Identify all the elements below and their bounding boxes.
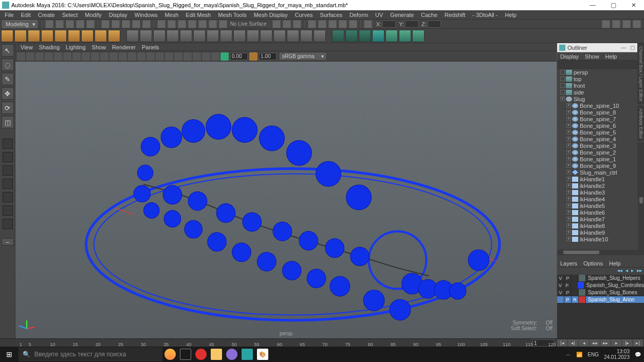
- outliner-node[interactable]: +Bone_spine_7: [557, 116, 644, 122]
- bookmark-icon[interactable]: [26, 52, 34, 61]
- textured-icon[interactable]: [100, 52, 108, 61]
- select-mask-icon[interactable]: [101, 20, 109, 28]
- near-clip-input[interactable]: [230, 53, 248, 60]
- tray-notifications-icon[interactable]: 💬: [635, 352, 641, 357]
- shelf-bevel-button[interactable]: [193, 30, 206, 42]
- shelf-fill-hole-button[interactable]: [233, 30, 246, 42]
- layer-r-toggle[interactable]: [572, 289, 579, 296]
- axis-y-input[interactable]: [405, 21, 418, 28]
- shelf-poly-type-button[interactable]: [126, 30, 139, 42]
- redo-icon[interactable]: [86, 20, 95, 28]
- depth-of-field-icon[interactable]: [174, 52, 182, 61]
- menu-redshift[interactable]: Redshift: [441, 12, 469, 18]
- expand-toggle[interactable]: +: [566, 230, 571, 235]
- render-icon[interactable]: [339, 20, 347, 28]
- outliner-node[interactable]: +Bone_spine_1: [557, 156, 644, 162]
- shaded-icon[interactable]: [91, 52, 99, 61]
- render-icon[interactable]: [328, 20, 337, 28]
- input-mode-icon[interactable]: [364, 20, 372, 28]
- sidebar-toggle-icon[interactable]: [633, 20, 641, 28]
- outliner-menu-show[interactable]: Show: [582, 53, 602, 60]
- layer-row[interactable]: VPSpanish_Slug_Bones: [557, 289, 644, 296]
- far-clip-input[interactable]: [259, 53, 277, 60]
- layers-menu-help[interactable]: Help: [606, 260, 624, 266]
- outliner-node[interactable]: +ikHandle5: [557, 202, 644, 209]
- expand-toggle[interactable]: +: [566, 223, 571, 228]
- toolbox-more-button[interactable]: –: [2, 238, 14, 245]
- shelf-extrude-button[interactable]: [180, 30, 192, 42]
- viewport-3d[interactable]: persp Symmetry: Off Soft Select: Off: [15, 62, 557, 338]
- layout-four-button[interactable]: [3, 152, 13, 162]
- shelf-poly-cylinder-button[interactable]: [28, 30, 40, 42]
- step-back-key-button[interactable]: ◂|: [568, 339, 578, 347]
- play-fwd-button[interactable]: ▸▸: [600, 339, 611, 347]
- save-scene-icon[interactable]: [66, 20, 74, 28]
- shelf-target-weld-button[interactable]: [332, 30, 344, 42]
- outliner-node[interactable]: +ikHandle1: [557, 176, 644, 182]
- tray-clock[interactable]: 13:03 24.01.2023: [604, 349, 630, 360]
- layer-color-swatch[interactable]: [579, 275, 586, 281]
- shelf-mirror-button[interactable]: [273, 30, 286, 42]
- outliner-menu-display[interactable]: Display: [557, 53, 582, 60]
- step-back-button[interactable]: ◂: [579, 339, 589, 347]
- shelf-insert-edge-button[interactable]: [359, 30, 371, 42]
- image-plane-icon[interactable]: [35, 52, 44, 61]
- layer-p-toggle[interactable]: P: [564, 275, 572, 281]
- shelf-poly-cube-button[interactable]: [14, 30, 27, 42]
- step-fwd-key-button[interactable]: |▸: [622, 339, 632, 347]
- shelf-crease-button[interactable]: [372, 30, 384, 42]
- exposure-icon[interactable]: [193, 52, 201, 61]
- lights-icon[interactable]: [109, 52, 118, 61]
- shelf-quad-draw-button[interactable]: [300, 30, 312, 42]
- sidebar-toggle-icon[interactable]: [622, 20, 631, 28]
- layer-p-toggle[interactable]: P: [564, 289, 572, 296]
- expand-toggle[interactable]: [560, 83, 565, 88]
- outliner-node[interactable]: +Slug: [557, 96, 644, 102]
- outliner-node[interactable]: +ikHandle10: [557, 236, 644, 242]
- select-mask-icon[interactable]: [112, 20, 120, 28]
- weather-widget[interactable]: [162, 347, 178, 362]
- menu-create[interactable]: Create: [34, 12, 59, 18]
- outliner-maximize-button[interactable]: ▢: [630, 45, 635, 50]
- layer-color-swatch[interactable]: [579, 296, 586, 303]
- motion-blur-icon[interactable]: [165, 52, 173, 61]
- outliner-menu-help[interactable]: Help: [602, 53, 620, 60]
- menu-surfaces[interactable]: Surfaces: [317, 12, 346, 18]
- exposure-toggle-icon[interactable]: [211, 52, 219, 61]
- shelf-poly-torus-button[interactable]: [68, 30, 80, 42]
- expand-toggle[interactable]: +: [566, 217, 571, 221]
- go-end-button[interactable]: ▸|: [633, 339, 643, 347]
- render-icon[interactable]: [349, 20, 357, 28]
- dock-tab[interactable]: Attribute Editor: [637, 105, 644, 143]
- menu-display[interactable]: Display: [105, 12, 131, 18]
- outliner-node[interactable]: +Bone_spine_10: [557, 102, 644, 109]
- menu-modify[interactable]: Modify: [81, 12, 105, 18]
- layer-p-toggle[interactable]: P: [564, 282, 571, 289]
- expand-toggle[interactable]: +: [566, 110, 571, 115]
- layout-persp-outliner-button[interactable]: [3, 192, 13, 202]
- render-icon[interactable]: [308, 20, 316, 28]
- new-scene-icon[interactable]: [45, 20, 53, 28]
- layout-two-v-button[interactable]: [3, 179, 13, 189]
- menu-windows[interactable]: Windows: [131, 12, 161, 18]
- layer-p-toggle[interactable]: P: [564, 296, 572, 303]
- taskbar-app-1[interactable]: [193, 347, 209, 362]
- outliner-minimize-button[interactable]: —: [621, 45, 626, 50]
- layer-v-toggle[interactable]: [557, 296, 564, 303]
- shelf-slide-edge-button[interactable]: [412, 30, 425, 42]
- shelf-smooth-button[interactable]: [260, 30, 272, 42]
- minimize-button[interactable]: —: [582, 0, 603, 10]
- tray-chevron-icon[interactable]: ︿: [566, 351, 571, 358]
- outliner-node[interactable]: top: [557, 75, 644, 82]
- expand-toggle[interactable]: +: [566, 203, 571, 208]
- shelf-separate-button[interactable]: [153, 30, 165, 42]
- taskbar-app-explorer[interactable]: [209, 347, 224, 362]
- gate-mask-icon[interactable]: [72, 52, 81, 61]
- shelf-poly-pyramid-button[interactable]: [95, 30, 107, 42]
- layer-row[interactable]: PRSpanish_Slug_Arion: [557, 296, 644, 303]
- panel-menu-show[interactable]: Show: [89, 44, 109, 50]
- snap-icon[interactable]: [157, 20, 165, 28]
- expand-toggle[interactable]: +: [566, 130, 571, 135]
- layer-move-up-icon[interactable]: ◂◂: [617, 268, 622, 275]
- shelf-multi-cut-button[interactable]: [314, 30, 326, 42]
